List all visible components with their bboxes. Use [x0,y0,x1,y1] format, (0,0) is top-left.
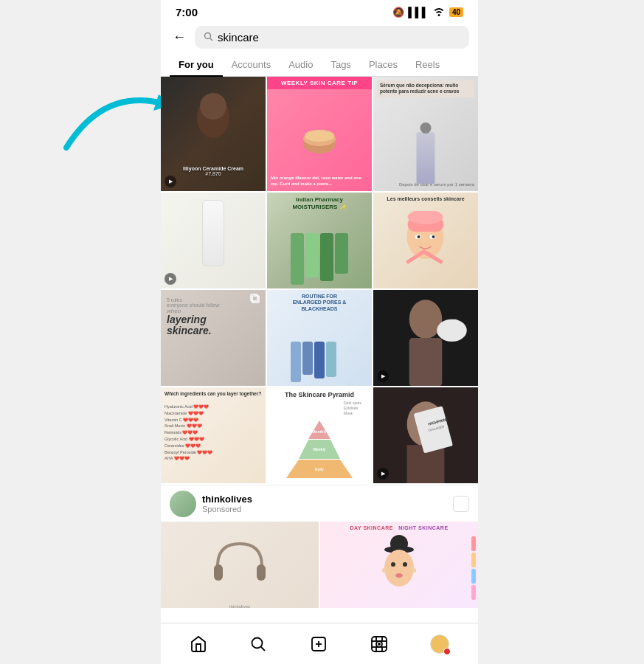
grid-cell-r5c1[interactable]: thinkolives [161,522,319,608]
daynight-label: DAY SKINCARE NIGHT SKINCARE [320,525,478,530]
sponsor-checkbox[interactable] [453,496,469,512]
nav-add[interactable] [302,631,335,657]
video-play-icon [165,176,176,187]
grid-cell-r2c1[interactable] [161,193,266,288]
video-play-icon [165,273,176,285]
grid-cell-r1c1[interactable]: Illiyoon Ceramide Cream #7,870 [161,77,266,191]
grid-row-1: Illiyoon Ceramide Cream #7,870 WEEKLY SK… [161,77,478,191]
tab-accounts[interactable]: Accounts [223,53,280,76]
svg-point-4 [200,93,226,120]
svg-line-2 [210,38,212,41]
svg-point-41 [395,573,403,578]
svg-rect-35 [257,564,266,581]
profile-avatar [430,634,449,654]
svg-point-51 [378,643,380,645]
grid-row-5: thinkolives DAY SKINCARE NIGHT SKINCARE [161,522,478,608]
svg-text:Monthly: Monthly [312,429,326,434]
sponsor-info: thinkolives Sponsored [202,494,447,513]
sponsor-avatar [170,491,196,517]
svg-line-45 [261,647,265,651]
grid-cell-r4c1[interactable]: Which ingredients can you layer together… [161,387,266,483]
arrow-annotation [44,44,162,162]
status-icons: 🔕 ▌▌▌ 40 [392,6,463,18]
grid-cell-r3c3[interactable] [373,290,478,386]
multi-image-icon [250,294,262,305]
svg-point-44 [252,637,263,648]
search-bar: ← skincare [161,21,478,53]
bottom-nav [161,623,478,664]
weekly-label: WEEKLY SKIN CARE TIP [267,77,372,89]
svg-point-40 [403,562,407,567]
svg-point-7 [305,130,334,142]
svg-point-38 [384,550,414,587]
svg-point-43 [412,568,416,573]
tab-for-you[interactable]: For you [170,53,223,76]
video-play-icon [377,468,389,480]
grid-cell-r2c2[interactable]: Indian PharmacyMOISTURISERS ✨ [267,193,372,288]
grid-cell-r1c3[interactable]: Sérum que não decepciona: muito potente … [373,77,478,191]
wifi-icon [432,6,446,18]
sponsor-tag: Sponsored [202,505,447,513]
search-query: skincare [218,31,259,44]
search-input-wrap[interactable]: skincare [195,26,469,49]
video-play-icon [377,370,389,382]
svg-rect-34 [214,564,223,581]
grid-cell-r3c1[interactable]: 5 rules everyone should follow: when lay… [161,290,266,386]
pyramid-title: The Skincare Pyramid [267,391,372,398]
grid-cell-r4c2[interactable]: The Skincare Pyramid Monthly Weekly Dail… [267,387,372,483]
svg-text:Weekly: Weekly [313,447,325,452]
mute-icon: 🔕 [392,7,404,18]
signal-icon: ▌▌▌ [408,7,429,18]
tabs-bar: For you Accounts Audio Tags Places Reels [161,53,478,77]
grid-row-2: Indian PharmacyMOISTURISERS ✨ Les meille… [161,193,478,288]
nav-home[interactable] [182,631,215,657]
sponsor-name: thinkolives [202,494,447,505]
tab-places[interactable]: Places [360,53,406,76]
tab-audio[interactable]: Audio [280,53,322,76]
nav-reels[interactable] [363,631,395,657]
svg-point-42 [382,568,387,573]
content-grid[interactable]: Illiyoon Ceramide Cream #7,870 WEEKLY SK… [161,77,478,608]
tab-reels[interactable]: Reels [406,53,449,76]
svg-point-14 [432,235,435,238]
back-button[interactable]: ← [170,27,189,48]
svg-text:Daily: Daily [315,467,324,471]
grid-cell-r1c2[interactable]: WEEKLY SKIN CARE TIP Mix orange Masoor d… [267,77,372,191]
svg-point-1 [205,32,211,38]
grid-cell-r5c2[interactable]: DAY SKINCARE NIGHT SKINCARE [320,522,478,608]
nav-search[interactable] [242,631,274,657]
grid-row-4: Which ingredients can you layer together… [161,387,478,483]
svg-point-21 [437,319,467,342]
battery-level: 40 [449,7,463,17]
grid-cell-r2c3[interactable]: Les meilleurs conseils skincare [373,193,478,288]
svg-point-13 [418,235,420,238]
grid-cell-r3c2[interactable]: ROUTINE FORENLARGED PORES &BLACKHEADS [267,290,372,386]
sponsored-row: thinkolives Sponsored [161,485,478,522]
svg-point-39 [391,562,395,567]
phone-screen: 7:00 🔕 ▌▌▌ 40 ← skincare For you Account… [161,0,478,664]
nav-profile[interactable] [423,630,457,658]
grid-row-3: 5 rules everyone should follow: when lay… [161,290,478,386]
status-bar: 7:00 🔕 ▌▌▌ 40 [161,0,478,21]
status-time: 7:00 [176,6,198,18]
grid-cell-r4c3[interactable]: HIGHPRIME COLLAGEN [373,387,478,483]
search-icon [204,32,213,44]
svg-rect-19 [409,338,443,386]
tab-tags[interactable]: Tags [322,53,359,76]
